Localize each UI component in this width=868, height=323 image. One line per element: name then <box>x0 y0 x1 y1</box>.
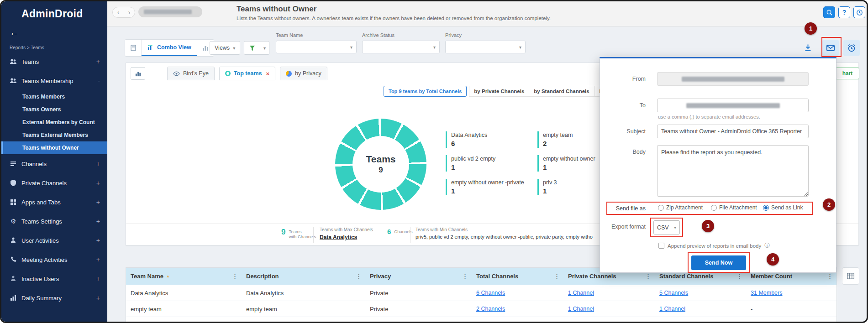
sidebar-item-apps-and-tabs[interactable]: Apps and Tabs + <box>1 193 107 212</box>
expand-icon[interactable]: + <box>96 275 100 282</box>
cell-total-channels-link[interactable]: 2 Channels <box>472 301 563 317</box>
sidebar-subitem-teams-external-members[interactable]: Teams External Members <box>1 129 107 141</box>
sidebar-item-teams-membership[interactable]: Teams Membership - <box>1 71 107 90</box>
views-dropdown[interactable]: Views ▾ <box>210 41 240 55</box>
sidebar-subitem-teams-members[interactable]: Teams Members <box>1 90 107 103</box>
tenant-selector-redacted[interactable] <box>138 6 202 17</box>
download-button[interactable] <box>800 39 816 56</box>
expand-icon[interactable]: + <box>96 198 100 206</box>
radio-selected-icon[interactable] <box>763 205 769 211</box>
expand-icon[interactable]: + <box>96 218 100 225</box>
chart-type-button[interactable] <box>131 67 145 80</box>
back-arrow-icon[interactable]: ← <box>10 27 21 38</box>
stat-value: 9 <box>281 228 285 237</box>
column-header-total-channels[interactable]: Total Channels ⋮ <box>472 268 563 285</box>
list-icon <box>10 160 17 167</box>
radio-file-attachment[interactable]: File Attachment <box>711 204 757 211</box>
privacy-filter-select[interactable]: ▾ <box>445 41 526 53</box>
subject-field[interactable]: Teams without Owner - AdminDroid Office … <box>657 125 809 138</box>
column-chooser-button[interactable] <box>842 267 859 285</box>
sidebar-item-teams[interactable]: Teams + <box>1 52 107 71</box>
filter-dropdown-button[interactable]: ▾ <box>260 41 269 55</box>
search-button[interactable] <box>823 6 835 18</box>
legend-name: empty without owner -private <box>451 179 532 186</box>
stat-max-team-link[interactable]: Data Analytics <box>320 234 373 240</box>
column-menu-icon[interactable]: ⋮ <box>462 273 468 280</box>
tab-by-privacy[interactable]: by Privacy <box>280 67 327 80</box>
funnel-icon <box>249 45 256 52</box>
column-menu-icon[interactable]: ⋮ <box>356 273 362 280</box>
schedule-report-button[interactable] <box>843 40 860 56</box>
cell-standard-channels-link[interactable]: 1 Channel <box>655 301 746 317</box>
stat-value: 6 <box>387 228 391 235</box>
column-menu-icon[interactable]: ⋮ <box>232 273 238 280</box>
nav-forward-icon[interactable]: › <box>128 9 131 16</box>
cell-total-channels-link[interactable]: 6 Channels <box>472 285 563 301</box>
body-field[interactable]: Please find the report as you requested. <box>657 145 809 197</box>
sidebar-item-user-activities[interactable]: User Activities + <box>1 231 107 250</box>
nav-back-icon[interactable]: ‹ <box>117 9 120 16</box>
to-field[interactable] <box>657 99 809 112</box>
export-format-select[interactable]: CSV ▾ <box>653 220 680 234</box>
legend-item[interactable]: empty without owner -private 1 <box>446 179 532 195</box>
cell-private-channels-link[interactable]: 1 Channel <box>563 301 655 317</box>
sidebar-subitem-external-members-by-count[interactable]: External Members by Count <box>1 116 107 129</box>
table-row-partial <box>126 317 836 323</box>
cell-standard-channels-link[interactable]: 5 Channels <box>655 285 746 301</box>
close-icon[interactable]: × <box>266 70 269 77</box>
team-name-filter-select[interactable]: ▾ <box>276 41 357 53</box>
sidebar-subitem-teams-owners[interactable]: Teams Owners <box>1 103 107 116</box>
subtab-private-channels[interactable]: by Private Channels <box>469 86 529 97</box>
history-clock-button[interactable] <box>853 6 865 18</box>
sidebar-subitem-teams-without-owner[interactable]: Teams without Owner <box>1 141 107 154</box>
column-menu-icon[interactable]: ⋮ <box>827 273 833 280</box>
expand-icon[interactable]: + <box>96 160 100 167</box>
combo-view-tab[interactable]: Combo View <box>142 40 197 56</box>
export-chart-button-partial[interactable]: hart <box>836 68 859 79</box>
expand-icon[interactable]: + <box>96 294 100 302</box>
team-name-filter-label: Team Name <box>276 32 303 38</box>
sidebar-item-teams-settings[interactable]: ⚙ Teams Settings + <box>1 212 107 231</box>
expand-icon[interactable]: + <box>96 237 100 244</box>
checkbox[interactable] <box>658 243 664 249</box>
column-menu-icon[interactable]: ⋮ <box>554 273 560 280</box>
column-header-privacy[interactable]: Privacy ⋮ <box>365 268 472 285</box>
email-report-button[interactable] <box>822 40 839 56</box>
subtab-standard-channels[interactable]: by Standard Channels <box>529 86 594 97</box>
column-menu-icon[interactable]: ⋮ <box>645 273 651 280</box>
sidebar-item-inactive-users[interactable]: Inactive Users + <box>1 269 107 288</box>
info-icon[interactable]: ⓘ <box>764 242 770 250</box>
sidebar-item-label: Apps and Tabs <box>21 199 61 206</box>
page-title: Teams without Owner <box>237 5 316 14</box>
grid-view-button[interactable] <box>125 40 142 56</box>
expand-icon[interactable]: + <box>96 58 100 65</box>
subtab-total-channels[interactable]: Top 9 teams by Total Channels <box>384 86 467 97</box>
send-now-button[interactable]: Send Now <box>691 255 746 270</box>
collapse-icon[interactable]: - <box>98 77 100 84</box>
cell-private-channels-link[interactable]: 1 Channel <box>563 285 655 301</box>
column-header-description[interactable]: Description ⋮ <box>242 268 365 285</box>
stat-max-channels: Teams with Max Channels Data Analytics <box>320 227 373 240</box>
filter-button[interactable] <box>244 41 260 55</box>
sidebar-item-daily-summary[interactable]: Daily Summary + <box>1 288 107 307</box>
sidebar-item-channels[interactable]: Channels + <box>1 154 107 173</box>
donut-chart[interactable]: Teams 9 <box>335 119 426 210</box>
sidebar-item-meeting-activities[interactable]: Meeting Activities + <box>1 250 107 269</box>
column-header-team-name[interactable]: Team Name ▲ ⋮ <box>126 268 242 285</box>
legend-item[interactable]: public vd 2 empty 1 <box>446 155 532 172</box>
legend-item[interactable]: Data Analytics 6 <box>446 131 532 148</box>
radio-zip-attachment[interactable]: Zip Attachment <box>658 204 703 211</box>
radio-icon[interactable] <box>658 205 664 211</box>
expand-icon[interactable]: + <box>96 179 100 187</box>
radio-send-as-link[interactable]: Send as Link <box>763 204 803 211</box>
help-button[interactable]: ? <box>838 6 850 18</box>
expand-icon[interactable]: + <box>96 256 100 263</box>
cell-member-count-link[interactable]: 31 Members <box>746 285 836 301</box>
archive-status-filter-select[interactable]: ▾ <box>362 41 440 53</box>
column-menu-icon[interactable]: ⋮ <box>736 273 742 280</box>
sidebar-item-private-channels[interactable]: Private Channels + <box>1 173 107 193</box>
radio-icon[interactable] <box>711 205 717 211</box>
privacy-filter-label: Privacy <box>445 32 462 38</box>
tab-birds-eye[interactable]: Bird's Eye <box>167 67 215 80</box>
tab-top-teams[interactable]: Top teams × <box>219 67 275 80</box>
